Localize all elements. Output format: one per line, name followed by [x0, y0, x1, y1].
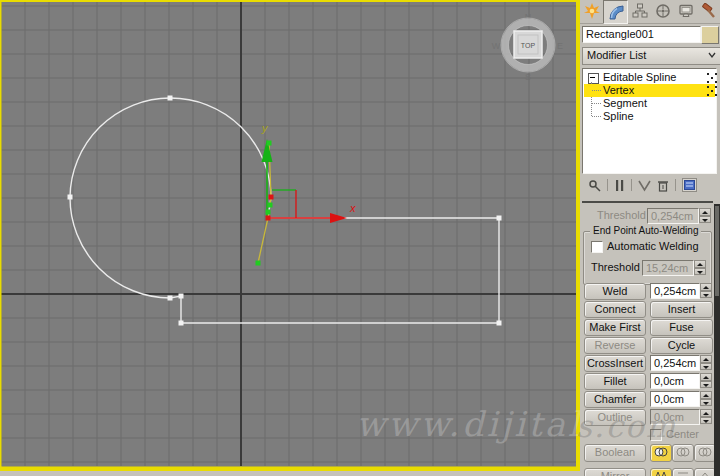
stack-item-segment[interactable]: Segment	[584, 97, 715, 110]
spline-vertex[interactable]	[179, 321, 184, 326]
motion-icon	[655, 3, 671, 19]
stack-toolbar	[582, 176, 720, 194]
viewport-top[interactable]: xy N E S W TOP www.dijitalde	[0, 0, 580, 471]
modifier-stack: Editable Spline Vertex Segment Spline	[582, 68, 717, 174]
display-icon	[678, 3, 694, 19]
configure-modifier-sets-icon[interactable]	[682, 178, 697, 192]
tab-display[interactable]	[674, 0, 697, 22]
toolbar-separator	[607, 179, 608, 191]
stack-item-spline[interactable]: Spline	[584, 110, 715, 123]
geometry-row: Fillet0,0cm	[580, 373, 720, 389]
panel-scrollbar[interactable]	[714, 204, 720, 476]
tree-branch	[592, 103, 601, 104]
viewport-canvas[interactable]: xy N E S W TOP	[0, 0, 580, 471]
chamfer-button[interactable]: Chamfer	[584, 391, 646, 408]
mirror-horizontal-icon	[652, 469, 670, 476]
active-viewport-border	[0, 0, 577, 2]
toolbar-separator	[675, 179, 676, 191]
fillet-button[interactable]: Fillet	[584, 373, 646, 390]
crossinsert-button[interactable]: CrossInsert	[584, 355, 646, 372]
app-window: { "viewport": { "watermark_left": "www.d…	[0, 0, 720, 476]
bezier-handle[interactable]	[266, 210, 271, 215]
tab-utilities[interactable]	[697, 0, 720, 22]
spline-vertex[interactable]	[497, 321, 502, 326]
boolean-union-icon	[652, 445, 670, 459]
cycle-button[interactable]: Cycle	[650, 337, 713, 354]
chevron-down-icon	[708, 51, 716, 59]
bezier-handle[interactable]	[256, 261, 261, 266]
outline-field-spinner[interactable]	[700, 409, 712, 424]
crossinsert-field[interactable]: 0,254cm	[650, 355, 700, 371]
geometry-row: Make FirstFuse	[580, 319, 720, 335]
weld-threshold-field-spinner[interactable]	[700, 283, 712, 298]
object-color-swatch[interactable]	[701, 26, 719, 44]
weld-threshold-field[interactable]: 0,254cm	[650, 283, 700, 299]
remove-modifier-icon[interactable]	[657, 179, 669, 192]
selected-vertex[interactable]	[269, 195, 274, 200]
spline-vertex[interactable]	[68, 195, 73, 200]
threshold-label: Threshold	[597, 208, 646, 223]
tab-motion[interactable]	[651, 0, 674, 22]
insert-button[interactable]: Insert	[650, 301, 713, 318]
mirror-horizontal-button[interactable]	[650, 468, 672, 476]
group-title: End Point Auto-Welding	[590, 225, 701, 236]
end-point-auto-welding-group: End Point Auto-Welding Automatic Welding…	[583, 231, 712, 285]
spline-vertex[interactable]	[179, 294, 184, 299]
active-viewport-border	[0, 0, 2, 471]
modifier-list-dropdown[interactable]: Modifier List	[582, 47, 720, 65]
make-unique-icon[interactable]	[638, 179, 651, 192]
chamfer-field[interactable]: 0,0cm	[650, 391, 700, 407]
bezier-handle[interactable]	[268, 203, 273, 208]
subobject-dots-icon	[707, 73, 709, 75]
viewport-background[interactable]	[0, 0, 580, 471]
object-name-field[interactable]: Rectangle001	[582, 26, 701, 43]
chamfer-field-spinner[interactable]	[700, 391, 712, 406]
threshold-spinner[interactable]	[699, 208, 711, 223]
fuse-button[interactable]: Fuse	[650, 319, 713, 336]
modify-icon	[608, 4, 624, 20]
boolean-intersect-icon	[696, 445, 714, 459]
mirror-both-icon	[696, 469, 714, 476]
spline-vertex[interactable]	[168, 296, 173, 301]
bottom-strip	[0, 471, 580, 476]
pin-stack-icon[interactable]	[588, 179, 601, 192]
fillet-field-spinner[interactable]	[700, 373, 712, 388]
threshold-field: 0,254cm	[647, 208, 699, 224]
outline-button: Outline	[584, 409, 646, 426]
mirror-button: Mirror	[584, 468, 646, 476]
stack-item-vertex[interactable]: Vertex	[584, 84, 715, 97]
tab-create[interactable]	[580, 0, 603, 22]
stack-item-editable-spline[interactable]: Editable Spline	[584, 71, 715, 84]
welding-threshold-field: 15,24cm	[642, 260, 694, 276]
center-checkbox	[650, 429, 662, 441]
spline-vertex[interactable]	[168, 96, 173, 101]
show-end-result-icon[interactable]	[614, 179, 625, 192]
fillet-field[interactable]: 0,0cm	[650, 373, 700, 389]
viewcube-south-label: S	[525, 72, 531, 82]
welding-threshold-spinner[interactable]	[694, 260, 706, 275]
crossinsert-field-spinner[interactable]	[700, 355, 712, 370]
automatic-welding-checkbox[interactable]	[591, 241, 603, 253]
tab-hierarchy[interactable]	[628, 0, 651, 22]
boolean-subtract-button	[672, 444, 694, 462]
tab-modify[interactable]	[603, 0, 628, 24]
make-first-button[interactable]: Make First	[584, 319, 646, 336]
utilities-icon	[701, 3, 717, 19]
create-icon	[584, 3, 600, 19]
geometry-row: ReverseCycle	[580, 337, 720, 353]
connect-button[interactable]: Connect	[584, 301, 646, 318]
weld-button[interactable]: Weld	[584, 283, 646, 300]
geometry-row: Weld0,254cm	[580, 283, 720, 299]
boolean-union-button[interactable]	[650, 444, 672, 462]
selected-vertex[interactable]	[266, 216, 271, 221]
scrollbar-thumb[interactable]	[715, 206, 719, 296]
bezier-handle[interactable]	[267, 141, 272, 146]
geometry-row: CrossInsert0,254cm	[580, 355, 720, 371]
mirror-vertical-button	[672, 468, 694, 476]
mirror-vertical-icon	[674, 469, 692, 476]
spline-vertex[interactable]	[497, 216, 502, 221]
tree-branch	[592, 90, 601, 91]
modifier-list-label: Modifier List	[587, 49, 646, 61]
boolean-intersect-button	[694, 444, 716, 462]
collapse-icon[interactable]	[588, 73, 599, 84]
